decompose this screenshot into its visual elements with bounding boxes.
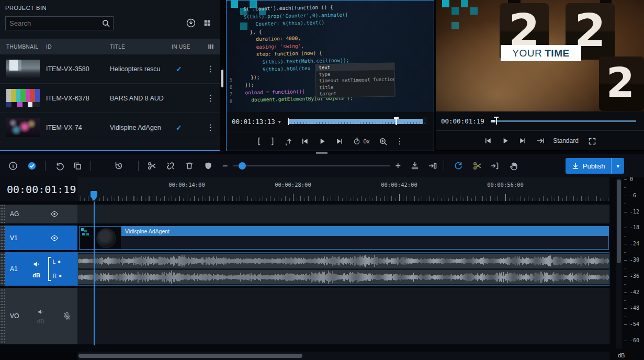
history-restore-icon[interactable] [114,161,123,171]
import-circle-icon[interactable] [186,18,196,28]
column-title[interactable]: TITLE [110,44,172,50]
row-menu-icon[interactable]: ⋮ [201,93,220,103]
overlay-time: TIME [545,48,569,59]
quality-selector[interactable]: Standard [553,137,579,144]
channel-left[interactable]: L [53,259,64,265]
overwrite-clip-icon[interactable] [428,161,437,171]
db-value-label: -6 [630,193,636,198]
item-id: ITEM-VX-74 [46,124,110,131]
duplicate-layers-icon[interactable] [73,161,82,171]
program-transport-controls: Standard [436,130,644,150]
columns-settings-icon[interactable] [201,43,220,50]
play-button[interactable] [501,137,510,145]
export-frame-button[interactable] [284,137,292,145]
skip-next-button[interactable] [518,137,527,145]
row-menu-icon[interactable]: ⋮ [201,122,220,132]
drag-handle-icon[interactable] [0,288,5,344]
program-scrub-bar[interactable] [491,120,636,122]
player-menu-icon[interactable]: ⋮ [396,137,404,146]
undo-icon[interactable] [55,161,64,171]
track-a1-lane[interactable] [77,252,609,286]
unlink-icon[interactable] [166,161,175,171]
check-circle-icon[interactable] [27,161,37,171]
speaker-icon[interactable] [32,260,41,268]
column-thumbnail[interactable]: THUMBNAIL [0,44,46,50]
horizontal-scrollbar-thumb[interactable] [78,354,302,358]
playback-speed-button[interactable]: 0x [353,137,369,145]
track-vo-header[interactable]: VO dB [0,288,77,344]
razor-disabled-icon[interactable] [472,161,482,171]
search-box[interactable] [5,16,114,30]
bin-scrollbar-thumb[interactable] [221,70,223,87]
drag-handle-icon[interactable] [0,226,5,250]
row-menu-icon[interactable]: ⋮ [201,64,220,74]
db-button[interactable]: dB [32,272,40,278]
track-v1-header[interactable]: V1 [0,226,77,250]
vertical-scrollbar[interactable] [616,178,622,348]
go-to-end-button[interactable] [536,137,544,145]
column-id[interactable]: ID [46,44,110,50]
microphone-muted-icon[interactable] [62,311,72,321]
mark-out-button[interactable]: ] [270,137,275,146]
toolbar-divider [91,161,91,171]
drag-handle-icon[interactable] [0,252,5,286]
zoom-out-button[interactable]: − [222,161,228,171]
source-video[interactable]: $('.count').each(function () {$(this).pr… [227,1,434,112]
drag-handle-icon[interactable] [0,205,5,223]
track-ag-header[interactable]: AG [0,205,77,223]
publish-dropdown-caret[interactable]: ▾ [611,158,624,174]
timeline-zoom-slider[interactable] [233,165,390,166]
publish-main[interactable]: Publish [566,162,612,170]
thumbnail-bars [6,89,40,108]
mark-in-button[interactable]: [ [256,137,261,146]
hand-tool-icon[interactable] [509,161,518,171]
ruler-major-tick [399,194,400,201]
db-button[interactable]: dB [37,318,44,324]
scissors-icon[interactable] [147,161,156,171]
fullscreen-icon[interactable] [587,137,596,145]
grid-view-icon[interactable] [203,19,211,27]
search-input[interactable] [9,19,101,27]
track-a1-header[interactable]: A1 dB L [0,252,77,286]
zoom-in-button[interactable]: + [396,161,401,171]
channel-right[interactable]: R [53,273,64,279]
track-v1: V1 Vidispine AdAgent [0,226,609,250]
timecode-chevron-down-icon[interactable]: ▾ [278,119,281,125]
video-clip[interactable]: Vidispine AdAgent [79,226,609,250]
timeline-ruler[interactable]: 00:00:14:0000:00:28:0000:00:42:0000:00:5… [77,177,609,201]
speaker-icon[interactable] [37,308,44,316]
skip-next-button[interactable] [335,137,344,145]
track-vo-lane[interactable] [77,288,609,344]
publish-button[interactable]: Publish ▾ [566,158,624,174]
marker-shield-icon[interactable] [204,161,213,171]
column-in-use[interactable]: IN USE [172,44,201,50]
your-time-overlay: YOUR TIME [501,45,581,61]
visibility-eye-icon[interactable] [50,210,59,218]
ripple-mode-icon[interactable] [454,161,463,171]
track-v1-lane[interactable]: Vidispine AdAgent [77,226,609,250]
zoom-in-icon[interactable] [379,137,387,145]
visibility-eye-icon[interactable] [50,234,59,242]
horizontal-scrollbar[interactable] [77,352,609,360]
source-scrub-bar[interactable] [288,119,426,124]
item-id: ITEM-VX-3580 [46,65,110,73]
playhead-marker[interactable] [91,191,97,201]
vertical-scrollbar-thumb[interactable] [617,179,621,263]
insert-point-icon[interactable] [490,161,500,171]
play-button[interactable] [318,137,326,145]
skip-previous-button[interactable] [301,137,309,145]
bin-row-adagent[interactable]: ITEM-VX-74 Vidispine AdAgen ✓ ⋮ [0,113,220,142]
info-icon[interactable] [8,161,18,171]
bin-row-bars[interactable]: ITEM-VX-6378 BARS AND 8 AUD ⋮ [0,84,220,113]
program-playhead-handle[interactable] [494,117,499,125]
track-ag-lane[interactable] [77,205,609,223]
zoom-slider-knob[interactable] [239,162,246,170]
bin-row-helicopters[interactable]: ITEM-VX-3580 Helicopters rescu ✓ ⋮ [0,54,220,84]
program-timecode-row: 00:00:01:19 [436,111,644,130]
insert-clip-icon[interactable] [410,161,420,171]
program-video[interactable]: 2 2 2 9 YOUR TIME [436,0,644,111]
delete-icon[interactable] [185,161,194,171]
skip-previous-button[interactable] [484,137,492,145]
source-playhead-handle[interactable] [394,117,399,126]
bin-scrollbar[interactable] [220,0,226,151]
